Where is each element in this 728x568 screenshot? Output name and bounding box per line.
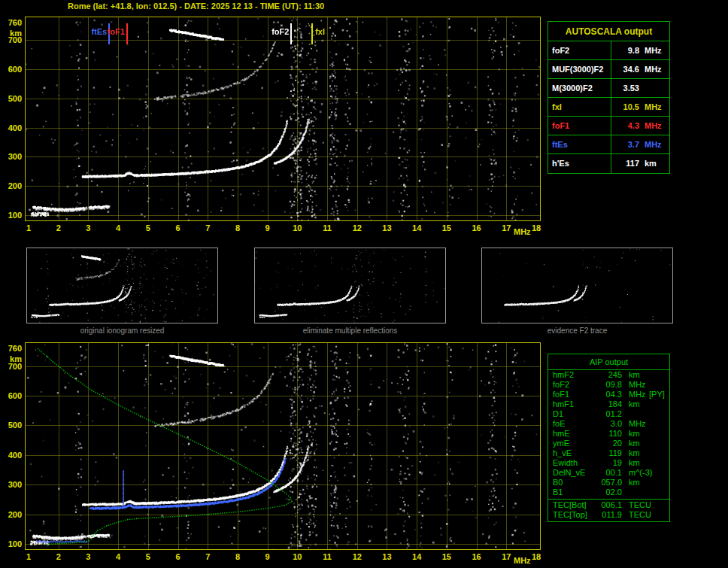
x-tick-label: 18 <box>529 552 543 561</box>
autoscala-row-muf: MUF(3000)F2 34.6 MHz <box>548 60 669 79</box>
x-tick-label: 18 <box>529 223 543 232</box>
y-tick-label: 760 <box>2 344 22 353</box>
x-tick-label: 6 <box>171 552 185 561</box>
thumbnail-original-ionogram <box>26 248 218 323</box>
y-tick-label: 200 <box>2 181 22 190</box>
ionogram-plot-top <box>25 17 541 221</box>
aip-param-value: 245 <box>595 370 622 380</box>
aip-param-unit <box>622 488 648 497</box>
x-tick-label: 1 <box>22 223 35 232</box>
aip-param-unit: km <box>622 458 648 468</box>
aip-param-label: hmF2 <box>553 370 595 380</box>
aip-param-unit: TECU <box>622 500 651 510</box>
autoscala-value-number: 10.5 <box>617 98 639 116</box>
autoscala-row-ftes: ftEs 3.7 MHz <box>548 135 669 154</box>
aip-param-label: B0 <box>553 478 595 488</box>
aip-param-extra <box>648 419 669 429</box>
autoscala-value-unit: MHz <box>645 60 664 78</box>
y-tick-label: 100 <box>2 211 22 220</box>
autoscala-param-value: 117 km <box>611 154 669 173</box>
x-axis-unit: MHz <box>514 227 531 236</box>
aip-param-extra <box>648 478 669 488</box>
ionogram-canvas-top <box>26 17 540 220</box>
aip-param-unit: MHz <box>622 390 648 399</box>
aip-param-unit: MHz <box>622 380 648 390</box>
y-axis-unit: km <box>2 29 22 38</box>
aip-row-hve: h_vE 119 km <box>548 448 669 458</box>
aip-param-label: ymE <box>553 439 595 448</box>
autoscala-param-label: ftEs <box>548 135 611 153</box>
x-tick-label: 4 <box>111 552 125 561</box>
autoscala-value-number: 117 <box>617 154 639 173</box>
aip-param-label: Ewidth <box>553 458 595 468</box>
aip-param-value: 3.0 <box>595 419 622 429</box>
aip-row-tec-top: TEC[Top] 011.9 TECU <box>548 510 669 520</box>
y-tick-label: 200 <box>2 510 22 519</box>
x-tick-label: 14 <box>410 223 423 232</box>
x-tick-label: 12 <box>350 223 364 232</box>
aip-row-hmf2: hmF2 245 km <box>548 370 669 380</box>
x-tick-label: 12 <box>350 552 364 561</box>
aip-row-delnve: DelN_vE 00.1 m^(-3) <box>548 468 669 478</box>
y-tick-label: 600 <box>2 65 22 74</box>
aip-param-value: 09.8 <box>595 380 622 390</box>
x-tick-label: 8 <box>231 223 244 232</box>
aip-param-extra <box>652 468 669 478</box>
x-tick-label: 7 <box>201 552 214 561</box>
x-tick-label: 15 <box>440 552 453 561</box>
autoscala-param-value: 3.7 MHz <box>611 135 669 153</box>
x-tick-label: 11 <box>320 552 334 561</box>
aip-param-value: 00.1 <box>595 468 622 478</box>
autoscala-table-header: AUTOSCALA output <box>548 22 669 41</box>
aip-param-extra <box>648 439 669 448</box>
autoscala-value-unit: MHz <box>645 41 664 59</box>
thumbnail-f2-trace <box>481 248 673 323</box>
aip-table-header: AIP output <box>548 354 669 370</box>
thumbnail-canvas-original <box>27 248 217 323</box>
aip-param-value: 011.9 <box>595 510 622 520</box>
x-tick-label: 10 <box>290 223 304 232</box>
autoscala-param-label: M(3000)F2 <box>548 79 611 97</box>
y-tick-label: 400 <box>2 451 22 460</box>
autoscala-value-unit: km <box>645 154 664 173</box>
autoscala-value-number: 9.8 <box>617 41 639 59</box>
autoscala-row-hes: h'Es 117 km <box>548 154 669 173</box>
autoscala-value-number: 3.53 <box>617 79 639 97</box>
x-tick-label: 1 <box>22 552 35 561</box>
x-tick-label: 4 <box>111 223 125 232</box>
aip-param-label: TEC[Top] <box>553 510 595 520</box>
aip-param-unit <box>622 409 648 419</box>
aip-param-label: foE <box>553 419 595 429</box>
autoscala-param-value: 10.5 MHz <box>611 98 669 116</box>
aip-param-label: B1 <box>553 488 595 497</box>
aip-row-tec-bot: TEC[Bot] 006.1 TECU <box>548 499 669 510</box>
x-tick-label: 5 <box>141 552 155 561</box>
aip-row-d1: D1 01.2 <box>548 409 669 419</box>
autoscala-output-table: AUTOSCALA output foF2 9.8 MHz MUF(3000)F… <box>548 21 670 174</box>
marker-label-foF1: foF1 <box>100 27 125 36</box>
aip-param-label: TEC[Bot] <box>553 500 595 510</box>
thumbnail-canvas-f2-trace <box>482 248 672 323</box>
aip-param-unit: km <box>622 448 648 458</box>
aip-param-extra <box>648 448 669 458</box>
y-tick-label: 600 <box>2 391 22 400</box>
aip-param-unit: m^(-3) <box>622 468 652 478</box>
autoscala-value-unit <box>645 79 664 97</box>
x-tick-label: 3 <box>81 223 95 232</box>
autoscala-param-label: foF2 <box>548 41 611 59</box>
x-tick-label: 11 <box>320 223 334 232</box>
autoscala-param-label: MUF(3000)F2 <box>548 60 611 78</box>
autoscala-param-label: h'Es <box>548 154 611 173</box>
aip-param-unit: TECU <box>622 510 651 520</box>
autoscala-param-label: foF1 <box>548 117 611 135</box>
ionogram-plot-bottom <box>25 342 541 550</box>
aip-param-label: h_vE <box>553 448 595 458</box>
thumbnail-caption-original: original ionogram resized <box>26 327 218 335</box>
autoscala-value-number: 4.3 <box>617 117 639 135</box>
y-tick-label: 500 <box>2 94 22 103</box>
ionogram-canvas-bottom <box>26 343 540 549</box>
aip-param-extra <box>648 409 669 419</box>
y-tick-label: 760 <box>2 18 22 27</box>
aip-param-label: foF1 <box>553 390 595 399</box>
x-tick-label: 13 <box>380 223 393 232</box>
